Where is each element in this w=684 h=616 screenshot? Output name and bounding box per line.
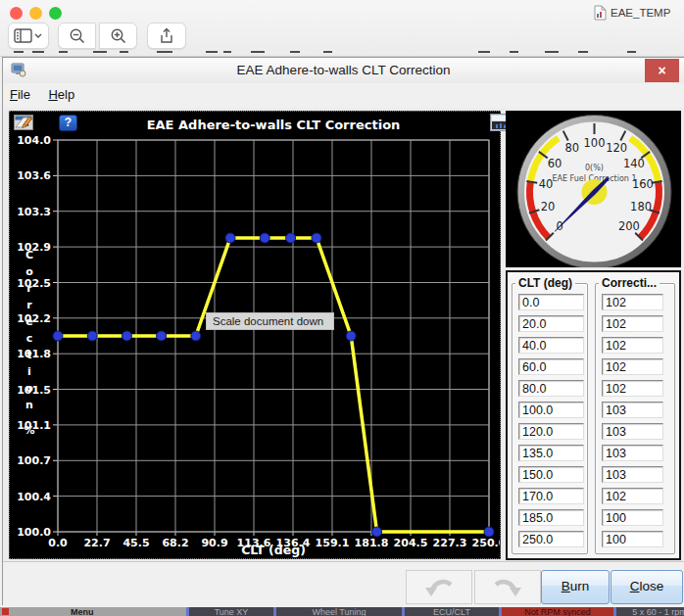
data-point[interactable] — [225, 233, 235, 243]
svg-text:45.5: 45.5 — [122, 537, 149, 549]
correction-input[interactable] — [602, 445, 663, 461]
svg-text:104.0: 104.0 — [17, 134, 51, 147]
clt-correction-chart[interactable]: 0.022.745.568.290.9113.6136.4159.1181.82… — [10, 112, 500, 558]
menu-text-remnant — [223, 51, 231, 53]
menu-text-remnant — [627, 51, 636, 53]
data-point[interactable] — [260, 233, 269, 243]
data-point[interactable] — [87, 331, 97, 341]
dialog-titlebar[interactable]: EAE Adhere-to-walls CLT Correction × — [3, 58, 684, 84]
clt-input[interactable] — [518, 380, 584, 397]
svg-text:68.2: 68.2 — [162, 537, 188, 549]
burn-button[interactable]: Burn — [541, 570, 610, 604]
correction-input[interactable] — [602, 509, 663, 526]
data-point[interactable] — [346, 331, 356, 341]
clt-input[interactable] — [518, 466, 584, 483]
close-button[interactable]: Close — [611, 570, 683, 604]
document-proxy[interactable]: EAE_TEMP — [594, 5, 684, 21]
svg-text:0.0: 0.0 — [48, 537, 68, 549]
clt-input[interactable] — [518, 509, 584, 526]
svg-text:e: e — [25, 315, 32, 328]
gauge-panel: 0204060801001201401601802000(%)EAE Fuel … — [506, 111, 681, 267]
undo-icon — [421, 576, 457, 599]
svg-text:120: 120 — [606, 141, 627, 155]
clt-input[interactable] — [518, 358, 584, 375]
redo-button[interactable] — [474, 570, 541, 604]
data-point[interactable] — [191, 331, 201, 341]
redo-icon — [490, 576, 525, 599]
clt-input[interactable] — [518, 423, 584, 440]
sidebar-view-button[interactable] — [8, 23, 49, 49]
menu-file[interactable]: File — [3, 83, 37, 106]
document-title: EAE_TEMP — [611, 7, 670, 19]
correction-input[interactable] — [602, 380, 663, 397]
zoom-in-button[interactable] — [99, 23, 137, 49]
chart-tooltip: Scale document down — [206, 312, 334, 330]
undo-button[interactable] — [406, 570, 472, 604]
correction-input[interactable] — [602, 488, 663, 504]
menu-text-remnant — [545, 51, 559, 53]
dialog-close-button[interactable]: × — [645, 59, 679, 82]
edit-annotate-icon[interactable] — [36, 115, 57, 131]
correction-input[interactable] — [602, 423, 663, 440]
clt-input[interactable] — [518, 488, 584, 504]
clt-input[interactable] — [518, 337, 584, 354]
svg-text:140: 140 — [623, 157, 645, 170]
data-point[interactable] — [312, 233, 321, 243]
data-point[interactable] — [286, 233, 296, 243]
data-point[interactable] — [53, 331, 63, 341]
svg-text:250.0: 250.0 — [472, 537, 500, 549]
svg-text:181.8: 181.8 — [355, 537, 389, 549]
fuel-correction-gauge[interactable]: 0204060801001201401601802000(%)EAE Fuel … — [506, 111, 681, 267]
clt-input[interactable] — [518, 402, 584, 418]
menu-help[interactable]: Help — [41, 83, 81, 106]
correction-input[interactable] — [602, 466, 663, 483]
svg-text:20: 20 — [541, 200, 556, 213]
help-icon[interactable]: ? — [59, 115, 77, 131]
svg-text:180: 180 — [630, 200, 652, 213]
close-window-button[interactable] — [10, 7, 23, 20]
svg-text:100.7: 100.7 — [17, 454, 51, 467]
zoom-in-icon — [110, 27, 127, 45]
svg-text:80: 80 — [564, 141, 579, 155]
clt-input[interactable] — [518, 294, 584, 310]
menu-text-remnant — [510, 51, 518, 53]
svg-text:102.5: 102.5 — [17, 277, 51, 290]
share-icon — [159, 27, 174, 45]
clt-input[interactable] — [518, 531, 584, 547]
zoom-window-button[interactable] — [49, 7, 62, 20]
svg-text:101.5: 101.5 — [17, 384, 51, 397]
menu-text-remnant — [251, 51, 265, 53]
clt-groupbox-title: CLT (deg) — [515, 276, 575, 290]
correction-groupbox: Correcti... — [595, 283, 675, 554]
correction-input[interactable] — [602, 315, 663, 332]
close-icon: × — [658, 63, 665, 78]
data-point[interactable] — [484, 527, 494, 537]
svg-text:CLT (deg): CLT (deg) — [241, 543, 306, 557]
zoom-out-button[interactable] — [58, 23, 96, 49]
clt-correction-chart-panel[interactable]: 0.022.745.568.290.9113.6136.4159.1181.82… — [9, 111, 501, 559]
data-point[interactable] — [157, 331, 167, 341]
svg-text:22.7: 22.7 — [83, 537, 110, 549]
data-point[interactable] — [372, 527, 382, 537]
data-point[interactable] — [122, 331, 131, 341]
correction-input[interactable] — [602, 402, 663, 418]
background-app-segment: 5 x 60 - 1 rpm — [616, 607, 684, 616]
app-icon-red — [2, 608, 9, 615]
correction-input[interactable] — [602, 358, 663, 375]
correction-input[interactable] — [602, 337, 663, 354]
menu-text-remnant — [290, 51, 300, 53]
background-app-segment: Not RPM synced — [502, 607, 613, 616]
svg-text:204.5: 204.5 — [394, 537, 428, 549]
svg-text:o: o — [25, 265, 33, 278]
share-button[interactable] — [147, 23, 186, 49]
minimize-window-button[interactable] — [29, 7, 42, 20]
correction-input[interactable] — [602, 294, 663, 310]
svg-text:%: % — [24, 424, 34, 437]
svg-text:60: 60 — [548, 157, 562, 170]
svg-text:103.6: 103.6 — [17, 169, 51, 182]
correction-input[interactable] — [602, 531, 663, 547]
clt-input[interactable] — [518, 315, 584, 332]
menu-text-remnant — [32, 51, 44, 53]
clt-input[interactable] — [518, 445, 584, 461]
menu-text-remnant — [206, 51, 218, 53]
